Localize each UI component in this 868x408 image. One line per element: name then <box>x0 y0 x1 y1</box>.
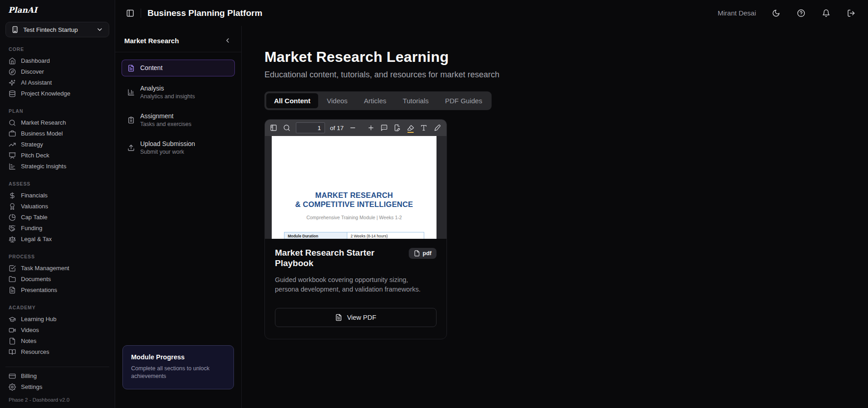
panel-item-analysis[interactable]: AnalysisAnalytics and insights <box>122 80 235 104</box>
module-panel-header: Market Research <box>115 26 241 52</box>
sidebar-item-billing[interactable]: Billing <box>5 371 109 382</box>
sidebar-item-strategic-insights[interactable]: Strategic Insights <box>5 161 109 172</box>
sidebar-item-label: Funding <box>21 225 42 232</box>
sidebar-item-cap-table[interactable]: Cap Table <box>5 212 109 223</box>
sidebar-item-notes[interactable]: Notes <box>5 336 109 347</box>
sidebar-section-process: PROCESSTask ManagementDocumentsPresentat… <box>5 254 109 296</box>
pdf-zoom-out-button[interactable] <box>349 124 357 132</box>
moon-button[interactable] <box>771 8 781 18</box>
help-circle-button[interactable] <box>796 8 806 18</box>
tab-tutorials[interactable]: Tutorials <box>395 93 437 108</box>
sidebar-bottom: BillingSettings Phase 2 - Dashboard v2.0 <box>5 367 109 403</box>
doc-table-row: Module Duration2 Weeks (8-14 hours) <box>284 232 424 239</box>
sidebar-item-documents[interactable]: Documents <box>5 274 109 285</box>
sidebar-section-assess: ASSESSFinancialsValuationsCap TableFundi… <box>5 181 109 245</box>
sidebar-item-label: Financials <box>21 192 48 199</box>
tab-articles[interactable]: Articles <box>356 93 394 108</box>
sidebar-item-resources[interactable]: Resources <box>5 347 109 358</box>
bar-chart-horizontal-icon <box>9 163 16 170</box>
panel-item-title: Analysis <box>140 85 195 92</box>
sidebar-item-task-management[interactable]: Task Management <box>5 263 109 274</box>
pdf-badge: pdf <box>409 248 437 259</box>
sidebar-item-label: Billing <box>21 373 37 380</box>
tab-videos[interactable]: Videos <box>319 93 355 108</box>
tab-pdf-guides[interactable]: PDF Guides <box>437 93 490 108</box>
sidebar-item-learning-hub[interactable]: Learning Hub <box>5 314 109 325</box>
pdf-pen-button[interactable] <box>433 124 441 132</box>
brand-logo: PlanAI <box>8 5 107 15</box>
sidebar-item-market-research[interactable]: Market Research <box>5 117 109 128</box>
presentation-icon <box>9 152 16 159</box>
sidebar-toggle-button[interactable] <box>124 7 136 19</box>
pen-icon <box>433 124 441 131</box>
compass-icon <box>9 68 16 76</box>
sidebar-item-pitch-deck[interactable]: Pitch Deck <box>5 150 109 161</box>
tab-all-content[interactable]: All Content <box>266 93 318 108</box>
module-progress-title: Module Progress <box>131 353 225 361</box>
pdf-signature-button[interactable] <box>393 124 401 132</box>
zoom-in-icon <box>367 124 375 131</box>
chevron-left-icon <box>224 37 231 44</box>
pdf-page-input[interactable] <box>296 122 325 133</box>
sidebar-item-label: Market Research <box>21 119 66 126</box>
trending-up-icon <box>9 141 16 148</box>
file-text-icon <box>9 287 16 294</box>
search-icon <box>9 119 16 126</box>
panel-item-assignment[interactable]: AssignmentTasks and exercises <box>122 108 235 132</box>
pdf-toolbar: of 17 <box>265 120 447 136</box>
clipboard-icon <box>127 116 135 124</box>
sidebar-item-label: Business Model <box>21 130 63 137</box>
briefcase-icon <box>9 130 16 137</box>
image-icon <box>447 124 447 131</box>
sidebar-section-label: PROCESS <box>9 254 106 259</box>
panel-collapse-button[interactable] <box>223 36 232 45</box>
logout-button[interactable] <box>846 8 856 18</box>
sidebar-item-business-model[interactable]: Business Model <box>5 128 109 139</box>
pdf-doc-subtitle: Comprehensive Training Module | Weeks 1-… <box>272 215 437 220</box>
pdf-comment-button[interactable] <box>380 124 388 132</box>
sidebar-item-dashboard[interactable]: Dashboard <box>5 55 109 66</box>
sidebar-item-strategy[interactable]: Strategy <box>5 139 109 150</box>
view-pdf-button[interactable]: View PDF <box>275 308 437 327</box>
sidebar-item-valuations[interactable]: Valuations <box>5 201 109 212</box>
workspace-name: Test Fintech Startup <box>23 26 91 33</box>
sidebar-item-discover[interactable]: Discover <box>5 66 109 77</box>
pdf-sidebar-toggle-button[interactable] <box>269 124 278 132</box>
sidebar-item-presentations[interactable]: Presentations <box>5 285 109 296</box>
pdf-text-tool-button[interactable] <box>420 124 428 132</box>
sidebar-item-legal-tax[interactable]: Legal & Tax <box>5 234 109 245</box>
primary-sidebar: PlanAI Test Fintech Startup COREDashboar… <box>0 0 115 408</box>
pdf-page-total: of 17 <box>330 125 344 131</box>
card-description: Guided workbook covering opportunity siz… <box>275 275 433 294</box>
pdf-zoom-in-button[interactable] <box>367 124 375 132</box>
sidebar-nav: COREDashboardDiscoverAI AssistantProject… <box>5 37 109 358</box>
file-icon <box>414 250 420 257</box>
pdf-doc-title: MARKET RESEARCH & COMPETITIVE INTELLIGEN… <box>272 191 437 209</box>
text-tool-icon <box>420 124 427 131</box>
sidebar-item-settings[interactable]: Settings <box>5 382 109 393</box>
sidebar-section-label: CORE <box>9 46 106 52</box>
user-name[interactable]: Mirant Desai <box>718 9 756 17</box>
pdf-highlighter-button[interactable] <box>406 124 415 132</box>
app-version: Phase 2 - Dashboard v2.0 <box>9 397 106 403</box>
award-icon <box>9 203 16 210</box>
sidebar-item-financials[interactable]: Financials <box>5 190 109 201</box>
content-card: of 17 MARKET RESEARCH & COMPETITIVE INTE… <box>264 119 447 339</box>
pdf-search-button[interactable] <box>283 124 291 132</box>
sidebar-section-plan: PLANMarket ResearchBusiness ModelStrateg… <box>5 108 109 172</box>
panel-item-sub: Analytics and insights <box>140 93 195 100</box>
workspace-selector[interactable]: Test Fintech Startup <box>5 22 109 37</box>
sidebar-item-project-knowledge[interactable]: Project Knowledge <box>5 88 109 99</box>
panel-item-upload-submission[interactable]: Upload SubmissionSubmit your work <box>122 136 235 160</box>
dollar-icon <box>9 192 16 199</box>
file-text-icon <box>335 314 342 321</box>
sidebar-item-funding[interactable]: Funding <box>5 223 109 234</box>
sidebar-item-videos[interactable]: Videos <box>5 325 109 336</box>
sidebar-item-label: Presentations <box>21 287 57 294</box>
module-panel-title: Market Research <box>124 37 179 45</box>
app-root: PlanAI Test Fintech Startup COREDashboar… <box>0 0 868 408</box>
pdf-image-button[interactable] <box>446 124 447 132</box>
bell-button[interactable] <box>821 8 831 18</box>
sidebar-item-ai-assistant[interactable]: AI Assistant <box>5 77 109 88</box>
panel-item-content[interactable]: Content <box>122 60 235 76</box>
